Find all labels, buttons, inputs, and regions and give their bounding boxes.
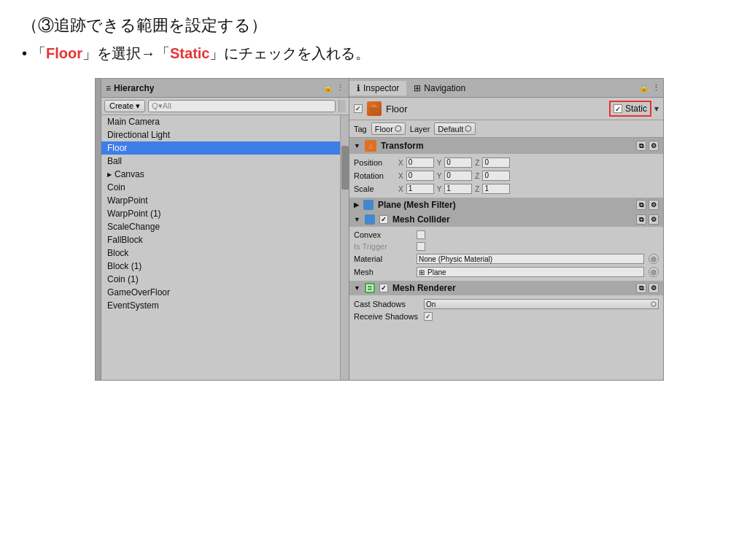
mesh-collider-copy-icon[interactable]: ⧉ — [636, 214, 646, 225]
search-box[interactable]: Q▾All — [148, 100, 336, 112]
cast-shadows-value: On — [426, 300, 436, 308]
scale-y-label: Y — [437, 185, 442, 193]
material-row: Material None (Physic Material) ◎ — [354, 252, 659, 265]
material-select-icon[interactable]: ◎ — [649, 254, 659, 264]
inspector-tab-label: Inspector — [363, 83, 399, 93]
list-item[interactable]: WarpPoint — [101, 194, 349, 207]
list-item[interactable]: Directional Light — [101, 128, 349, 141]
mesh-collider-header: ▼ ✓ Mesh Collider ⧉ ⚙ — [349, 212, 663, 227]
list-item[interactable]: Block — [101, 246, 349, 260]
svg-marker-1 — [370, 104, 379, 107]
hierarchy-menu-icon: ≡ — [106, 83, 111, 93]
convex-checkbox[interactable] — [417, 230, 425, 239]
scale-row: Scale X 1 Y 1 Z 1 — [354, 182, 659, 195]
tag-layer-row: Tag Floor ⬡ Layer Default ⬡ — [349, 120, 663, 138]
list-item-floor[interactable]: Floor — [101, 141, 349, 155]
inspector-tabs: ℹ Inspector ⊞ Navigation 🔒 ⋮ — [349, 79, 663, 98]
scale-z-input[interactable]: 1 — [482, 184, 510, 194]
lock-icon-inspector: 🔒 — [639, 83, 649, 93]
mesh-collider-title: Mesh Collider — [392, 214, 450, 225]
hierarchy-scrollbar[interactable] — [340, 115, 349, 380]
search-placeholder: Q▾All — [152, 101, 171, 111]
rotation-z-input[interactable]: 0 — [482, 171, 510, 181]
tag-value: Floor — [375, 125, 393, 133]
floor-header: ✓ Floor ✓ Static ▾ — [349, 98, 663, 120]
floor-active-checkbox[interactable]: ✓ — [354, 104, 363, 113]
mesh-renderer-title: Mesh Renderer — [392, 283, 456, 293]
scale-x-input[interactable]: 1 — [406, 184, 434, 194]
list-item[interactable]: Block (1) — [101, 260, 349, 273]
mesh-renderer-arrow[interactable]: ▼ — [354, 284, 360, 292]
position-row: Position X 0 Y 0 Z 0 — [354, 156, 659, 169]
position-z-input[interactable]: 0 — [482, 158, 510, 168]
is-trigger-checkbox[interactable] — [417, 242, 425, 251]
mesh-filter-header: ▶ Plane (Mesh Filter) ⧉ ⚙ — [349, 198, 663, 212]
tab-inspector[interactable]: ℹ Inspector — [349, 81, 406, 96]
mesh-filter-arrow[interactable]: ▶ — [354, 201, 359, 209]
position-y-label: Y — [437, 159, 442, 167]
position-x-label: X — [398, 159, 403, 167]
tag-dropdown[interactable]: Floor ⬡ — [371, 122, 406, 135]
tag-label: Tag — [354, 125, 367, 133]
position-y-input[interactable]: 0 — [444, 158, 472, 168]
mesh-filter-gear-icon[interactable]: ⚙ — [649, 200, 659, 210]
receive-shadows-row: Receive Shadows ✓ — [354, 311, 659, 322]
position-x-input[interactable]: 0 — [406, 158, 434, 168]
list-item[interactable]: Canvas — [101, 168, 349, 181]
svg-marker-2 — [368, 143, 374, 149]
mesh-collider-arrow[interactable]: ▼ — [354, 216, 360, 223]
layer-dropdown[interactable]: Default ⬡ — [434, 122, 476, 135]
static-label: Static — [625, 104, 647, 114]
transform-copy-icon[interactable]: ⧉ — [636, 141, 646, 151]
material-value[interactable]: None (Physic Material) — [417, 254, 644, 264]
mesh-collider-active-checkbox[interactable]: ✓ — [379, 215, 388, 224]
rotation-y-input[interactable]: 0 — [444, 171, 472, 181]
scale-y-input[interactable]: 1 — [444, 184, 472, 194]
mesh-renderer-gear-icon[interactable]: ⚙ — [649, 283, 659, 293]
hierarchy-toolbar: Create ▾ Q▾All — [101, 98, 349, 115]
mesh-value[interactable]: ⊞ Plane — [417, 267, 644, 277]
bullet-instruction: • 「Floor」を選択→「Static」にチェックを入れる。 — [22, 44, 725, 63]
scroll-thumb[interactable] — [341, 146, 349, 190]
list-item[interactable]: Main Camera — [101, 115, 349, 128]
rotation-x-input[interactable]: 0 — [406, 171, 434, 181]
convex-label: Convex — [354, 230, 412, 239]
static-section: ✓ Static ▾ — [609, 101, 659, 117]
static-dropdown-arrow[interactable]: ▾ — [654, 104, 659, 114]
is-trigger-row: Is Trigger — [354, 241, 659, 252]
mesh-icon: ⊞ — [419, 268, 425, 276]
transform-collapse-arrow[interactable]: ▼ — [354, 142, 360, 149]
static-checkbox-box: ✓ Static — [609, 101, 651, 117]
list-item[interactable]: WarpPoint (1) — [101, 207, 349, 220]
list-item[interactable]: Ball — [101, 155, 349, 168]
list-item[interactable]: GameOverFloor — [101, 286, 349, 299]
mesh-filter-copy-icon[interactable]: ⧉ — [636, 200, 646, 210]
renderer-rows: Cast Shadows On ⬡ Receive Shadows ✓ — [349, 295, 663, 324]
position-z-label: Z — [475, 159, 479, 167]
static-checkbox[interactable]: ✓ — [614, 104, 622, 113]
lock-icon: 🔒 — [323, 83, 333, 93]
list-item[interactable]: EventSystem — [101, 299, 349, 312]
mesh-collider-gear-icon[interactable]: ⚙ — [649, 214, 659, 225]
list-item[interactable]: ScaleChange — [101, 220, 349, 233]
rotation-x-label: X — [398, 172, 403, 180]
list-item[interactable]: FallBlock — [101, 233, 349, 246]
navigation-tab-label: Navigation — [424, 83, 465, 93]
transform-rows: Position X 0 Y 0 Z 0 Rotation X 0 — [349, 154, 663, 198]
list-item[interactable]: Coin — [101, 181, 349, 194]
scale-z-label: Z — [475, 185, 479, 193]
scale-label: Scale — [354, 184, 394, 193]
cast-shadows-dropdown[interactable]: On ⬡ — [424, 299, 659, 309]
convex-row: Convex — [354, 229, 659, 241]
tab-navigation[interactable]: ⊞ Navigation — [406, 81, 473, 96]
mesh-select-icon[interactable]: ◎ — [649, 267, 659, 277]
unity-screenshot: ≡ Hierarchy 🔒 ⋮ Create ▾ Q▾All Main Came… — [95, 78, 664, 381]
receive-shadows-checkbox[interactable]: ✓ — [424, 312, 433, 321]
mesh-renderer-icon — [365, 283, 375, 293]
mesh-renderer-copy-icon[interactable]: ⧉ — [636, 283, 646, 293]
create-button[interactable]: Create ▾ — [104, 100, 145, 112]
list-item[interactable]: Coin (1) — [101, 273, 349, 286]
transform-gear-icon[interactable]: ⚙ — [649, 141, 659, 151]
mesh-renderer-active-checkbox[interactable]: ✓ — [379, 284, 388, 292]
bullet-content: 「Floor」を選択→「Static」にチェックを入れる。 — [31, 44, 370, 63]
